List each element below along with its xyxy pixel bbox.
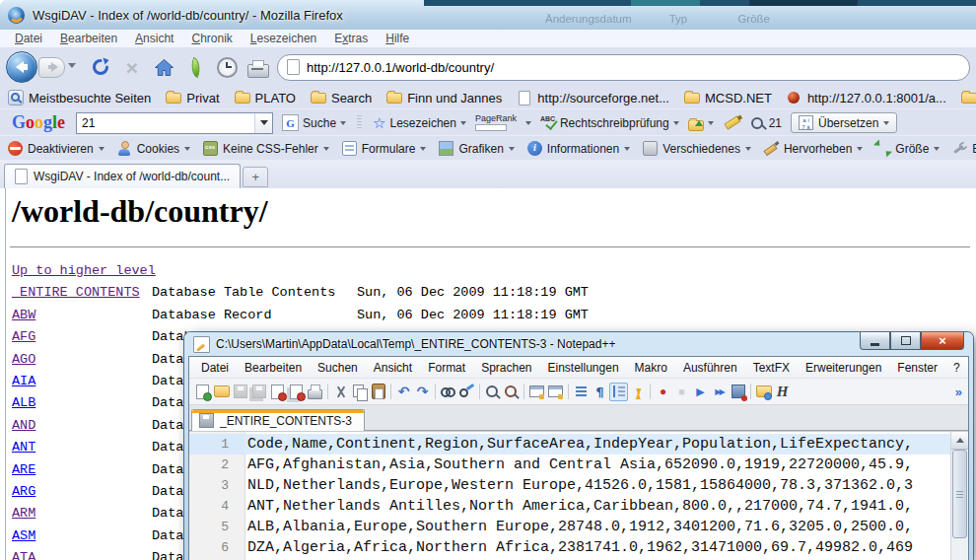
webdev-item[interactable]: Deaktivieren (8, 141, 105, 156)
menu-item[interactable]: Bearbeiten (237, 361, 310, 375)
toolbar-overflow-chevron-icon[interactable]: » (955, 385, 964, 399)
sage-feed-button[interactable] (182, 52, 208, 82)
file-link[interactable]: ABW (12, 305, 152, 326)
file-link[interactable]: AND (12, 415, 152, 437)
menu-item[interactable]: Lesezeichen (242, 32, 325, 45)
webdev-item[interactable]: Formulare (342, 141, 427, 156)
chevron-down-icon[interactable] (525, 121, 531, 128)
toolbar-icon[interactable] (754, 383, 773, 401)
toolbar-icon[interactable] (287, 383, 306, 401)
toolbar-icon[interactable] (457, 383, 476, 401)
webdev-item[interactable]: Cookies (117, 141, 190, 156)
scroll-up-button[interactable] (951, 432, 968, 450)
menu-item[interactable]: Einstellungen (540, 361, 627, 375)
menu-item[interactable]: Ausführen (675, 361, 745, 375)
spellcheck-button[interactable]: ABC Rechtschreibprüfung (540, 115, 679, 130)
toolbar-icon[interactable] (572, 383, 591, 401)
toolbar-icon[interactable] (327, 384, 328, 399)
word-find-button[interactable]: 21 (751, 116, 782, 130)
toolbar-icon[interactable] (212, 383, 231, 401)
close-button[interactable]: × (921, 332, 964, 350)
file-link[interactable]: ANT (12, 437, 152, 458)
print-button[interactable] (245, 52, 271, 82)
toolbar-grip[interactable] (357, 115, 362, 130)
file-link[interactable]: ASM (12, 525, 152, 547)
menu-item[interactable]: TextFX (745, 361, 798, 375)
webdev-item[interactable]: Extras (952, 141, 976, 156)
editor-line[interactable]: 6DZA,Algeria,Africa,Northern Africa,2381… (189, 537, 951, 558)
pagerank-indicator[interactable]: PageRank (475, 114, 517, 131)
file-link[interactable]: ARM (12, 503, 152, 525)
close-document-x[interactable]: X (968, 361, 976, 375)
webdev-item[interactable]: Verschiedenes (643, 141, 751, 156)
search-dropdown-button[interactable] (254, 113, 272, 133)
toolbar-icon[interactable] (628, 383, 647, 401)
file-link[interactable]: ATA (12, 547, 152, 560)
toolbar-icon[interactable] (546, 383, 565, 401)
bookmark-item[interactable]: PLATO (235, 90, 296, 105)
toolbar-icon[interactable] (691, 383, 710, 401)
reload-button[interactable] (88, 52, 113, 82)
google-search-button[interactable]: G Suche (282, 114, 346, 131)
toolbar-icon[interactable] (268, 383, 287, 401)
toolbar-icon[interactable] (609, 383, 628, 401)
forward-button[interactable] (38, 57, 65, 78)
toolbar-icon[interactable] (650, 384, 651, 399)
file-link[interactable]: ALB (12, 392, 152, 414)
line-text[interactable]: ALB,Albania,Europe,Southern Europe,28748… (244, 517, 951, 537)
webdev-item[interactable]: Grafiken (439, 141, 514, 156)
toolbar-icon[interactable] (479, 384, 480, 399)
editor-line[interactable]: 5ALB,Albania,Europe,Southern Europe,2874… (189, 517, 951, 537)
menu-item[interactable]: Datei (6, 32, 51, 45)
bookmark-item[interactable]: http://127.0.0.1:8001/a... (787, 90, 946, 105)
editor-area[interactable]: 1Code,Name,Continent,Region,SurfaceArea,… (189, 431, 968, 560)
minimize-button[interactable] (860, 332, 890, 350)
menu-item[interactable]: Erweiterungen (798, 361, 889, 375)
line-text[interactable]: ANT,Netherlands Antilles,North America,C… (244, 496, 951, 517)
toolbar-icon[interactable] (249, 383, 268, 401)
file-link[interactable]: _ENTIRE_CONTENTS (12, 282, 152, 304)
history-button[interactable] (214, 52, 240, 82)
editor-line[interactable]: 1Code,Name,Continent,Region,SurfaceArea,… (189, 434, 951, 455)
toolbar-icon[interactable] (413, 383, 432, 401)
line-text[interactable]: NLD,Netherlands,Europe,Western Europe,41… (244, 475, 951, 496)
editor-scrollbar[interactable] (950, 432, 968, 560)
history-dropdown-icon[interactable] (68, 63, 76, 72)
toolbar-icon[interactable] (523, 384, 524, 399)
new-tab-button[interactable]: + (243, 167, 268, 187)
bookmark-item[interactable]: Finn und Jannes (386, 90, 502, 105)
menu-item[interactable]: Bearbeiten (51, 32, 126, 45)
menu-item[interactable]: Suchen (310, 361, 366, 375)
toolbar-icon[interactable] (369, 383, 387, 401)
toolbar-icon[interactable] (750, 384, 751, 399)
toolbar-icon[interactable] (306, 383, 324, 401)
page-tab[interactable]: WsgiDAV - Index of /world-db/count... (4, 164, 241, 188)
webdev-item[interactable]: Größe (875, 141, 940, 156)
toolbar-icon[interactable] (435, 384, 436, 399)
stop-button[interactable]: × (119, 52, 145, 82)
autofill-button[interactable] (688, 116, 714, 130)
menu-item[interactable]: Extras (325, 32, 377, 45)
toolbar-icon[interactable] (568, 384, 569, 399)
translate-button[interactable]: Übersetzen (791, 112, 897, 133)
menu-item[interactable]: Makro (627, 361, 675, 375)
toolbar-icon[interactable] (350, 383, 369, 401)
toolbar-icon[interactable] (231, 383, 249, 401)
url-input[interactable] (307, 60, 960, 75)
toolbar-icon[interactable] (773, 383, 792, 401)
menu-item[interactable]: Ansicht (366, 361, 420, 375)
scroll-thumb[interactable] (952, 450, 967, 538)
menu-item[interactable]: Chronik (182, 32, 241, 45)
back-button[interactable] (6, 51, 37, 83)
bookmark-item[interactable]: MCSD.NET (684, 90, 772, 105)
editor-line[interactable]: 2AFG,Afghanistan,Asia,Southern and Centr… (189, 455, 951, 475)
highlighter-icon[interactable] (724, 115, 740, 129)
file-link[interactable]: AGO (12, 349, 152, 371)
bookmark-item[interactable]: Meistbesuchte Seiten (8, 90, 151, 105)
toolbar-icon[interactable] (331, 383, 350, 401)
menu-item[interactable]: Format (420, 361, 473, 375)
notepad-title-bar[interactable]: C:\Users\Martin\AppData\Local\Temp\_ENTI… (184, 332, 973, 356)
toolbar-icon[interactable] (394, 383, 413, 401)
toolbar-icon[interactable] (729, 383, 747, 401)
editor-tab[interactable]: _ENTIRE_CONTENTS-3 (191, 409, 365, 431)
